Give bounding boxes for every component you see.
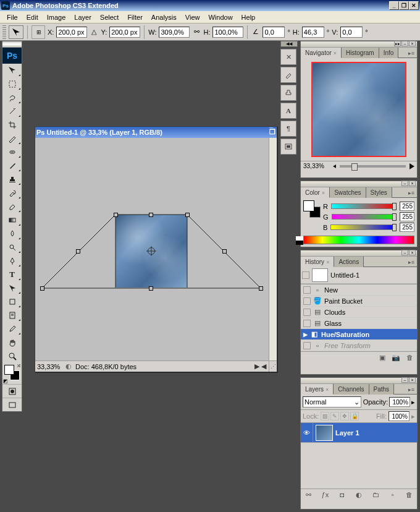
eyedropper-tool[interactable] <box>2 322 22 336</box>
dock-clone-icon[interactable] <box>280 85 296 101</box>
menu-filter[interactable]: Filter <box>123 12 146 22</box>
zoom-slider[interactable] <box>340 165 406 168</box>
fill-input[interactable] <box>388 411 410 421</box>
blend-mode-select[interactable]: Normal⌄ <box>303 396 361 407</box>
snapshot-check[interactable] <box>302 271 309 279</box>
opacity-input[interactable] <box>389 397 410 407</box>
delete-state-icon[interactable]: 🗑 <box>405 353 414 362</box>
y-input[interactable] <box>109 27 140 38</box>
nav-close-button[interactable]: × <box>409 41 416 46</box>
layer-row[interactable]: 👁 Layer 1 <box>301 423 417 443</box>
layer-style-icon[interactable]: ƒx <box>320 490 330 499</box>
document-title-bar[interactable]: Ps Untitled-1 @ 33,3% (Layer 1, RGB/8) _… <box>35 127 277 138</box>
tab-histogram[interactable]: Histogram <box>342 48 379 58</box>
zoom-in-icon[interactable] <box>410 163 414 169</box>
nav-min-button[interactable]: – <box>401 41 408 46</box>
move-tool[interactable] <box>2 64 22 77</box>
quick-mask-button[interactable] <box>2 384 22 398</box>
marquee-tool[interactable] <box>2 77 22 91</box>
dock-character-icon[interactable]: A <box>280 103 296 119</box>
g-input[interactable] <box>400 212 414 221</box>
nav-collapse-button[interactable]: ▸▸ <box>394 41 401 46</box>
close-button[interactable]: ✕ <box>409 1 419 10</box>
doc-minimize-button[interactable]: _ <box>269 121 275 128</box>
navigator-panel-head[interactable]: ▸▸–× <box>301 41 417 48</box>
navigator-menu-icon[interactable]: ▸≡ <box>408 49 415 57</box>
transform-handle-tc[interactable] <box>149 213 153 217</box>
layer-thumbnail[interactable] <box>316 425 333 441</box>
brush-tool[interactable] <box>2 159 22 173</box>
vertical-scrollbar[interactable] <box>269 138 277 361</box>
lock-move-icon[interactable]: ✥ <box>340 412 349 420</box>
menu-analysis[interactable]: Analysis <box>147 12 181 22</box>
adjustment-layer-icon[interactable]: ◐ <box>354 490 364 499</box>
hand-tool[interactable] <box>2 336 22 349</box>
dock-brushes-icon[interactable] <box>280 67 296 83</box>
resize-grip[interactable]: ⋰ <box>269 361 277 372</box>
tab-history[interactable]: History× <box>301 257 334 267</box>
pen-tool[interactable] <box>2 254 22 268</box>
new-snapshot-icon[interactable]: 📷 <box>391 353 401 362</box>
history-item-glass[interactable]: ▤Glass <box>301 318 417 329</box>
menu-view[interactable]: View <box>181 12 204 22</box>
eraser-tool[interactable] <box>2 200 22 213</box>
tab-layers[interactable]: Layers× <box>301 384 334 395</box>
lock-transparency-icon[interactable]: ▨ <box>321 412 329 420</box>
minimize-button[interactable]: _ <box>389 1 399 10</box>
transform-handle-tr[interactable] <box>185 213 190 217</box>
x-input[interactable] <box>56 27 87 38</box>
w-input[interactable] <box>159 27 190 38</box>
menu-layer[interactable]: Layer <box>70 12 96 22</box>
active-tool-icon[interactable] <box>9 25 23 39</box>
hist-close-button[interactable]: × <box>409 250 416 255</box>
lasso-tool[interactable] <box>2 91 22 105</box>
zoom-tool[interactable] <box>2 349 22 363</box>
history-brush-tool[interactable] <box>2 186 22 200</box>
color-panel-head[interactable]: –× <box>301 181 417 187</box>
color-fg-swatch[interactable] <box>303 200 314 211</box>
fill-flyout-icon[interactable]: ▸ <box>411 412 415 420</box>
shape-tool[interactable] <box>2 295 22 309</box>
navigator-thumbnail[interactable] <box>311 62 406 157</box>
layer-mask-icon[interactable]: ◘ <box>337 490 347 499</box>
history-item-paintbucket[interactable]: 🪣Paint Bucket <box>301 296 417 307</box>
layer-name[interactable]: Layer 1 <box>335 429 359 437</box>
r-input[interactable] <box>400 202 414 211</box>
tab-navigator[interactable]: Navigator× <box>301 48 342 58</box>
history-item-huesat[interactable]: ▶◧Hue/Saturation <box>301 329 417 340</box>
dock-header[interactable]: ◀◀ <box>280 41 298 47</box>
layers-close-button[interactable]: × <box>409 377 416 383</box>
tab-channels[interactable]: Channels <box>334 384 369 395</box>
dock-paragraph-icon[interactable]: ¶ <box>280 121 296 137</box>
history-item-clouds[interactable]: ▤Clouds <box>301 307 417 318</box>
color-menu-icon[interactable]: ▸≡ <box>408 189 415 197</box>
screen-mode-button[interactable] <box>2 398 22 411</box>
color-close-button[interactable]: × <box>409 181 416 186</box>
slice-tool[interactable] <box>2 132 22 145</box>
status-flyout-icon[interactable]: ▶ ◀ <box>138 362 269 370</box>
options-grip[interactable] <box>2 25 6 39</box>
tab-info[interactable]: Info <box>379 48 399 58</box>
doc-info-icon[interactable]: ◐ <box>64 362 74 370</box>
doc-zoom-value[interactable]: 33,33% <box>35 363 64 370</box>
menu-help[interactable]: Help <box>237 12 260 22</box>
new-doc-from-state-icon[interactable]: ▣ <box>377 353 387 362</box>
foreground-swatch[interactable] <box>4 365 14 375</box>
tab-paths[interactable]: Paths <box>369 384 395 395</box>
color-swatches[interactable]: ⤭ ◩ <box>2 363 22 384</box>
g-slider[interactable] <box>332 214 397 220</box>
transform-handle-ml[interactable] <box>76 249 80 254</box>
canvas-area[interactable] <box>35 138 269 361</box>
b-slider[interactable] <box>330 224 397 230</box>
transform-handle-tl[interactable] <box>114 213 118 217</box>
history-menu-icon[interactable]: ▸≡ <box>408 258 415 266</box>
history-snapshot[interactable]: Untitled-1 <box>301 267 417 284</box>
stamp-tool[interactable] <box>2 173 22 186</box>
new-layer-icon[interactable]: ▫ <box>388 490 398 499</box>
wand-tool[interactable] <box>2 105 22 118</box>
lock-all-icon[interactable]: 🔒 <box>350 412 359 420</box>
color-fg-bg-swatches[interactable] <box>303 200 321 220</box>
tab-actions[interactable]: Actions <box>334 257 364 267</box>
menu-window[interactable]: Window <box>204 12 237 22</box>
color-min-button[interactable]: – <box>401 181 408 186</box>
